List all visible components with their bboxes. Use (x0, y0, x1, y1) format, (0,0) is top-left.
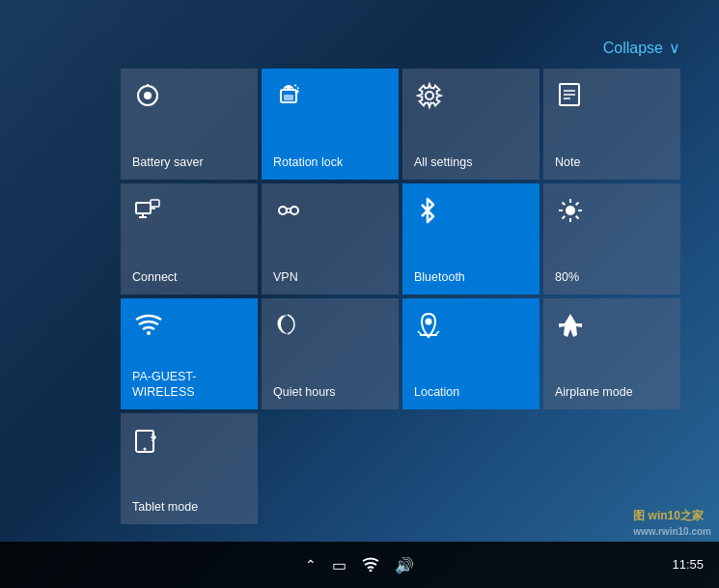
svg-point-37 (370, 569, 373, 572)
battery-saver-icon (134, 82, 161, 116)
tile-battery-saver[interactable]: Battery saver (121, 69, 258, 180)
quiet-hours-label: Quiet hours (273, 384, 336, 400)
taskbar-right: 11:55 (672, 557, 704, 574)
connect-icon (134, 197, 161, 231)
taskbar-time: 11:55 (672, 557, 704, 574)
svg-point-6 (426, 92, 433, 99)
rotation-lock-label: Rotation lock (273, 154, 343, 170)
wifi-icon (134, 312, 163, 342)
watermark-text: 图 win10之家 (633, 509, 704, 522)
brightness-label: 80% (555, 269, 579, 285)
tile-rotation-lock[interactable]: Rotation lock (262, 69, 399, 180)
svg-point-30 (147, 331, 151, 335)
svg-line-26 (563, 203, 566, 206)
brightness-icon (557, 197, 584, 231)
svg-point-36 (144, 448, 147, 451)
all-settings-label: All settings (414, 154, 472, 170)
taskbar-icons: ⌃ ▭ 🔊 (305, 556, 414, 574)
tiles-grid: Battery saver Rotation lock (121, 69, 680, 409)
svg-rect-5 (287, 87, 290, 90)
collapse-label: Collapse (603, 40, 663, 57)
collapse-button[interactable]: Collapse ∨ (121, 39, 680, 57)
watermark: 图 win10之家 www.rwin10.com (633, 508, 711, 538)
connect-label: Connect (132, 269, 178, 285)
svg-point-31 (426, 319, 432, 325)
action-center: Collapse ∨ Battery saver (121, 39, 680, 524)
svg-point-17 (279, 207, 287, 214)
bottom-tiles-row: Tablet mode (121, 413, 680, 524)
note-label: Note (555, 154, 580, 170)
svg-rect-11 (136, 203, 151, 213)
svg-rect-14 (151, 200, 159, 207)
collapse-chevron-icon: ∨ (669, 39, 680, 57)
vpn-icon (275, 197, 302, 231)
svg-line-29 (563, 216, 566, 219)
bluetooth-label: Bluetooth (414, 269, 465, 285)
location-label: Location (414, 384, 459, 400)
airplane-mode-icon (557, 312, 584, 346)
tablet-mode-label: Tablet mode (132, 499, 198, 515)
battery-saver-label: Battery saver (132, 154, 204, 170)
svg-point-18 (290, 207, 298, 214)
tile-brightness[interactable]: 80% (543, 183, 680, 294)
taskbar-wifi-icon[interactable] (362, 556, 379, 574)
tile-airplane-mode[interactable]: Airplane mode (543, 298, 680, 409)
taskbar-volume-icon[interactable]: 🔊 (395, 556, 414, 574)
tile-location[interactable]: Location (402, 298, 539, 409)
tablet-mode-icon (134, 427, 159, 461)
tile-all-settings[interactable]: All settings (402, 69, 539, 180)
tile-vpn[interactable]: VPN (262, 183, 399, 294)
bluetooth-icon (416, 197, 439, 231)
svg-line-27 (576, 216, 579, 219)
tile-connect[interactable]: Connect (121, 183, 258, 294)
taskbar: ⌃ ▭ 🔊 11:55 (0, 542, 719, 588)
rotation-lock-icon (275, 82, 302, 116)
note-icon (557, 82, 582, 114)
all-settings-icon (416, 82, 443, 116)
vpn-label: VPN (273, 269, 298, 285)
tile-tablet-mode[interactable]: Tablet mode (121, 413, 258, 524)
location-icon (416, 312, 441, 346)
watermark-url: www.rwin10.com (633, 526, 711, 537)
svg-point-21 (566, 206, 575, 215)
svg-rect-4 (284, 95, 293, 100)
taskbar-battery-icon[interactable]: ▭ (332, 556, 346, 574)
tile-note[interactable]: Note (543, 69, 680, 180)
taskbar-chevron-icon[interactable]: ⌃ (305, 557, 317, 573)
tile-quiet-hours[interactable]: Quiet hours (262, 298, 399, 409)
tile-wifi[interactable]: PA-GUEST- WIRELESS (121, 298, 258, 409)
quiet-hours-icon (275, 312, 300, 344)
airplane-mode-label: Airplane mode (555, 384, 633, 400)
svg-line-28 (576, 203, 579, 206)
svg-point-1 (144, 92, 152, 99)
tile-bluetooth[interactable]: Bluetooth (402, 183, 539, 294)
wifi-label: PA-GUEST- WIRELESS (132, 369, 196, 401)
